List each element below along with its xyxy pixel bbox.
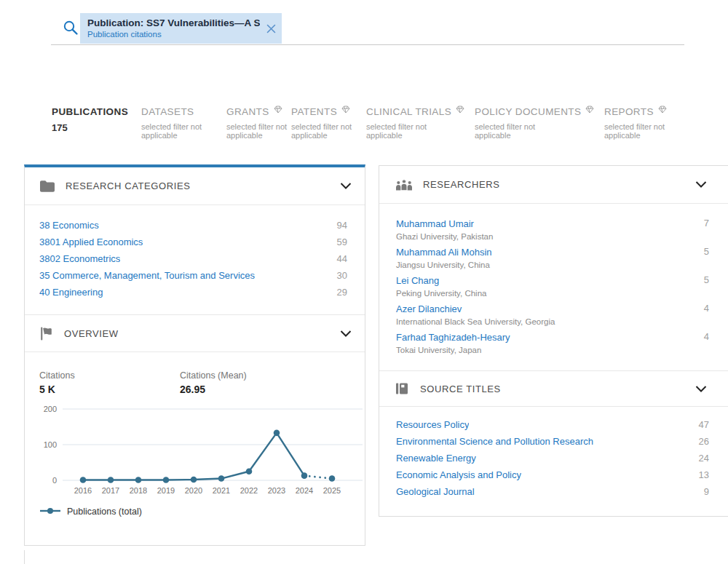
svg-text:100: 100 [44,440,57,449]
research-categories-header[interactable]: RESEARCH CATEGORIES [25,167,365,205]
publications-chart: 0100200201620172018201920202021202220232… [29,400,368,502]
flag-icon [39,327,54,341]
close-icon[interactable] [266,23,276,36]
researchers-list: Muhammad Umair Ghazi University, Pakista… [379,217,728,359]
chevron-down-icon[interactable] [340,183,352,189]
category-count: 59 [330,237,347,247]
tab-publications[interactable]: PUBLICATIONS 175 [52,106,128,133]
panel-title: SOURCE TITLES [420,384,501,394]
researcher-row: Farhad Taghizadeh-Hesary Tokai Universit… [379,330,728,359]
source-row: Environmental Science and Pollution Rese… [379,433,728,450]
chevron-down-icon[interactable] [340,330,352,337]
researcher-count: 7 [704,218,709,229]
filter-chip-title: Publication: SS7 Vulnerabilities—A Surv.… [87,17,260,28]
category-row: 40 Engineering 29 [25,284,365,301]
gem-icon [585,105,594,116]
tab-grants[interactable]: GRANTS selected filter not applicable [226,106,296,140]
gem-icon [274,105,282,116]
researcher-count: 5 [704,274,709,285]
researchers-panel: RESEARCHERS Muhammad Umair Ghazi Univers… [379,165,728,517]
researcher-affiliation: Peking University, China [396,289,709,298]
tab-patents[interactable]: PATENTS selected filter not applicable [291,106,361,140]
folder-icon [39,180,55,192]
source-link[interactable]: Environmental Science and Pollution Rese… [396,436,593,447]
category-link[interactable]: 38 Economics [39,220,99,231]
category-count: 29 [330,287,347,298]
source-row: Renewable Energy 24 [379,450,728,466]
chart-legend: Publications (total) [39,507,142,517]
tab-label: GRANTS [226,106,269,117]
source-link[interactable]: Resources Policy [396,419,469,430]
researcher-name-link[interactable]: Azer Dilanchiev [396,303,462,314]
source-count: 24 [692,453,709,464]
panel-title: OVERVIEW [64,328,119,339]
svg-text:2022: 2022 [240,486,258,495]
researcher-name-link[interactable]: Farhad Taghizadeh-Hesary [396,332,510,343]
legend-marker-icon [39,507,61,517]
source-row: Economic Analysis and Policy 13 [379,466,728,483]
gem-icon [658,105,667,116]
tab-label: CLINICAL TRIALS [366,106,451,117]
tab-policy-documents[interactable]: POLICY DOCUMENTS selected filter not app… [475,106,594,140]
panel-title: RESEARCH CATEGORIES [66,180,191,191]
header-divider [51,44,684,45]
tab-label: DATASETS [141,106,211,117]
researchers-header[interactable]: RESEARCHERS [379,166,728,204]
category-link[interactable]: 35 Commerce, Management, Tourism and Ser… [39,270,255,281]
researcher-name-link[interactable]: Lei Chang [396,275,439,286]
category-link[interactable]: 40 Engineering [39,287,103,298]
svg-text:2019: 2019 [157,486,175,495]
source-link[interactable]: Renewable Energy [396,453,476,464]
researcher-affiliation: Ghazi University, Pakistan [396,232,709,241]
tab-label: PUBLICATIONS [52,106,128,117]
source-count: 47 [692,419,709,430]
chevron-down-icon[interactable] [695,386,707,392]
stat-label: Citations (Mean) [180,370,247,381]
source-titles-header[interactable]: SOURCE TITLES [379,370,728,407]
tab-label: POLICY DOCUMENTS [475,106,581,117]
researcher-name-link[interactable]: Muhammad Ali Mohsin [396,247,492,258]
tab-datasets[interactable]: DATASETS selected filter not applicable [141,106,211,140]
category-row: 3801 Applied Economics 59 [25,234,365,250]
svg-text:2024: 2024 [296,486,313,495]
researcher-row: Lei Chang Peking University, China 5 [379,274,728,302]
stat-value: 5 K [39,384,75,395]
svg-text:2016: 2016 [74,486,92,495]
search-icon[interactable] [63,20,79,39]
svg-text:2023: 2023 [268,486,285,495]
source-row: Geological Journal 9 [379,483,728,500]
researcher-row: Azer Dilanchiev International Black Sea … [379,302,728,330]
publication-filter-chip[interactable]: Publication: SS7 Vulnerabilities—A Surv.… [80,13,282,44]
svg-text:0: 0 [52,476,57,485]
overview-header[interactable]: OVERVIEW [25,314,365,352]
filter-chip-subtitle: Publication citations [87,30,260,39]
researcher-affiliation: Tokai University, Japan [396,346,709,354]
svg-text:2017: 2017 [102,486,119,495]
category-link[interactable]: 3802 Econometrics [39,253,120,264]
category-row: 35 Commerce, Management, Tourism and Ser… [25,267,365,284]
researcher-name-link[interactable]: Muhammad Umair [396,218,474,229]
source-link[interactable]: Geological Journal [396,486,475,497]
gem-icon [341,105,350,116]
chevron-down-icon[interactable] [695,181,707,188]
researcher-affiliation: Jiangsu University, China [396,261,709,269]
tab-note: selected filter not applicable [366,123,436,140]
tab-note: selected filter not applicable [604,123,674,140]
svg-text:2020: 2020 [185,486,202,495]
tab-note: selected filter not applicable [475,123,545,140]
stat-value: 26.95 [180,384,247,395]
tab-clinical-trials[interactable]: CLINICAL TRIALS selected filter not appl… [366,106,464,140]
svg-text:2021: 2021 [213,486,230,495]
source-count: 13 [692,469,709,480]
svg-text:2025: 2025 [323,486,341,495]
tab-reports[interactable]: REPORTS selected filter not applicable [604,106,674,140]
researcher-row: Muhammad Umair Ghazi University, Pakista… [379,217,728,245]
panel-title: RESEARCHERS [423,179,500,190]
research-categories-list: 38 Economics 94 3801 Applied Economics 5… [25,217,365,301]
legend-label: Publications (total) [67,507,142,517]
people-icon [395,179,413,191]
category-row: 38 Economics 94 [25,217,365,234]
source-link[interactable]: Economic Analysis and Policy [396,469,521,480]
citations-stat: Citations 5 K [39,370,75,395]
category-link[interactable]: 3801 Applied Economics [39,237,143,247]
